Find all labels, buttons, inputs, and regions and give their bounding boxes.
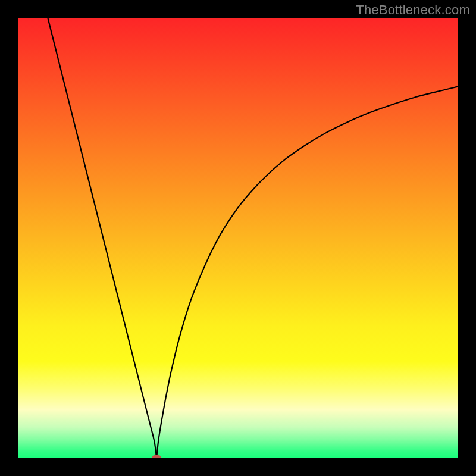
chart-plot — [18, 18, 458, 458]
watermark-text: TheBottleneck.com — [356, 2, 470, 18]
chart-frame: TheBottleneck.com — [0, 0, 476, 476]
chart-background — [18, 18, 458, 458]
chart-svg — [18, 18, 458, 458]
